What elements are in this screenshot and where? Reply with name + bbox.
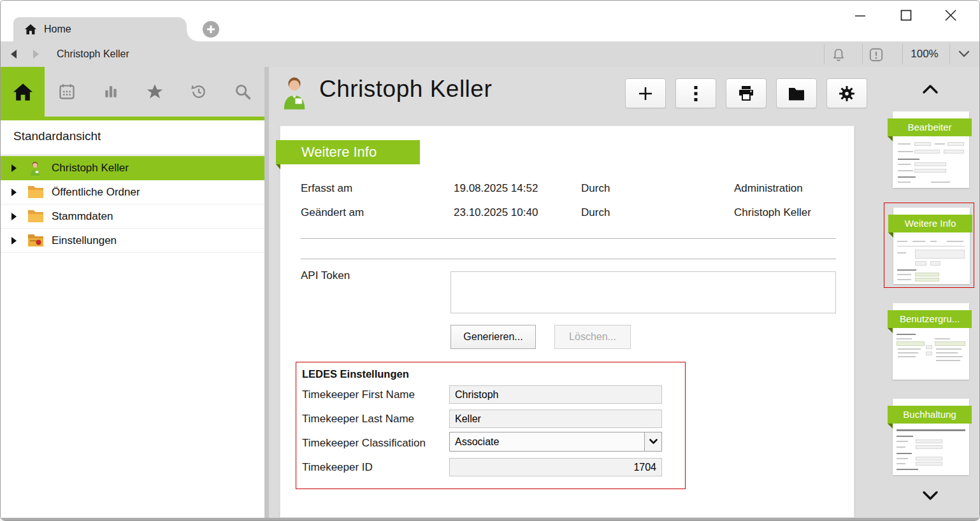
thumbnail-label: Benutzergru... [900, 313, 960, 324]
tree-item-einstellungen[interactable]: Einstellungen [1, 229, 264, 253]
maximize-button[interactable] [897, 6, 916, 25]
plus-icon [206, 25, 215, 34]
zoom-dropdown-button[interactable] [958, 50, 972, 60]
search-icon [234, 83, 252, 101]
ledes-group-title: LEDES Einstellungen [302, 368, 409, 380]
timekeeper-classification-select[interactable]: Associate [449, 432, 662, 452]
api-token-input[interactable] [450, 271, 836, 313]
thumbnail-ribbon: Weitere Info [888, 215, 972, 232]
select-dropdown-button[interactable] [644, 432, 661, 451]
modified-by-value: Christoph Keller [734, 206, 811, 219]
sidebar: Standardansicht Christoph Keller Öffentl… [1, 67, 264, 518]
tree-item-oeffentliche-ordner[interactable]: Öffentliche Ordner [1, 180, 264, 204]
timekeeper-last-name-input[interactable] [449, 410, 662, 428]
more-actions-button[interactable] [675, 78, 716, 108]
sidebar-tab-home[interactable] [1, 67, 45, 117]
settings-button[interactable] [826, 78, 867, 108]
scroll-up-button[interactable] [921, 82, 940, 96]
tree-item-stammdaten[interactable]: Stammdaten [1, 204, 264, 229]
api-token-label: API Token [301, 269, 350, 282]
expander-icon[interactable] [11, 164, 18, 173]
tree-item-label: Öffentliche Ordner [52, 186, 140, 199]
tree-item-label: Christoph Keller [52, 162, 129, 175]
generate-token-button[interactable]: Generieren... [450, 325, 536, 349]
close-button[interactable] [941, 6, 960, 25]
divider [301, 238, 836, 239]
expander-icon[interactable] [11, 212, 18, 221]
thumbnail-weitere-info[interactable]: Weitere Info [884, 203, 974, 288]
selected-classification: Associate [450, 436, 644, 448]
new-tab-button[interactable] [203, 21, 219, 38]
close-icon [942, 7, 959, 24]
timekeeper-id-input[interactable] [449, 458, 662, 476]
thumbnail-ribbon: Bearbeiter [888, 118, 972, 136]
app-window: Home Christoph Keller [0, 0, 980, 521]
detail-card: Weitere Info Erfasst am 19.08.2025 14:52… [280, 125, 854, 518]
folder-icon [788, 86, 805, 101]
page-title: Christoph Keller [319, 76, 492, 103]
tab-home[interactable]: Home [13, 17, 187, 41]
section-header-ribbon: Weitere Info [276, 140, 420, 164]
timekeeper-first-name-input[interactable] [449, 385, 662, 404]
timekeeper-classification-label: Timekeeper Classification [302, 437, 426, 450]
folder-icon [27, 209, 44, 224]
minimize-button[interactable] [851, 6, 870, 25]
thumbnail-bearbeiter[interactable]: Bearbeiter [884, 107, 974, 192]
alerts-button[interactable] [868, 46, 884, 63]
notifications-button[interactable] [830, 46, 847, 63]
view-title-label: Standardansicht [13, 129, 101, 143]
sidebar-tab-history[interactable] [177, 67, 220, 117]
sidebar-tab-calendar[interactable] [45, 67, 89, 117]
bell-icon [830, 46, 847, 63]
forward-arrow-icon [30, 48, 41, 60]
thumbnail-label: Bearbeiter [907, 122, 951, 132]
expander-icon[interactable] [11, 188, 18, 197]
scroll-down-button[interactable] [921, 489, 940, 503]
thumbnail-ribbon: Buchhaltung [888, 406, 972, 424]
folder-button[interactable] [776, 78, 817, 108]
timekeeper-first-name-label: Timekeeper First Name [302, 389, 415, 401]
folder-settings-icon [27, 233, 44, 248]
forward-button[interactable] [30, 48, 41, 60]
modified-at-value: 23.10.2025 10:40 [454, 206, 538, 219]
print-button[interactable] [726, 78, 767, 108]
gear-icon [839, 85, 855, 102]
ribbon-fold [276, 164, 280, 169]
created-at-value: 19.08.2025 14:52 [454, 182, 538, 195]
thumbnail-label: Weitere Info [905, 218, 956, 229]
thumbnail-benutzergruppen[interactable]: Benutzergru... [884, 299, 974, 384]
sidebar-splitter[interactable] [264, 67, 269, 518]
created-by-value: Administration [734, 182, 803, 195]
divider [301, 259, 836, 259]
view-title: Standardansicht [1, 120, 264, 155]
ledes-settings-group: LEDES Einstellungen Timekeeper First Nam… [296, 362, 686, 489]
thumbnail-buchhaltung[interactable]: Buchhaltung [884, 394, 974, 480]
chevron-down-icon [958, 50, 972, 59]
titlebar: Home [1, 1, 979, 41]
expander-icon[interactable] [11, 236, 18, 245]
add-button[interactable] [625, 78, 666, 108]
plus-icon [637, 85, 654, 102]
created-at-label: Erfasst am [301, 182, 352, 195]
history-icon [190, 83, 208, 101]
tab-home-label: Home [44, 24, 71, 35]
home-icon [25, 24, 36, 34]
main-area: Christoph Keller Weitere Info Erfasst am… [269, 67, 880, 518]
sidebar-tab-search[interactable] [220, 67, 264, 117]
chevron-up-icon [922, 84, 939, 94]
tree-item-christoph-keller[interactable]: Christoph Keller [1, 156, 264, 180]
chevron-down-icon [649, 439, 658, 445]
modified-at-label: Geändert am [301, 206, 364, 219]
thumbnail-label: Buchhaltung [903, 409, 956, 420]
ribbon-fold [888, 424, 893, 429]
printer-icon [737, 85, 755, 102]
delete-token-button: Löschen... [554, 325, 631, 349]
navbar-separator [902, 44, 903, 64]
sidebar-tab-favorites[interactable] [133, 67, 177, 117]
home-icon [13, 83, 32, 101]
zoom-level[interactable]: 100% [908, 41, 941, 67]
back-button[interactable] [8, 48, 20, 60]
sidebar-tab-statistics[interactable] [89, 67, 133, 117]
navigation-tree: Christoph Keller Öffentliche Ordner Stam… [1, 156, 264, 253]
calendar-icon [58, 83, 76, 101]
